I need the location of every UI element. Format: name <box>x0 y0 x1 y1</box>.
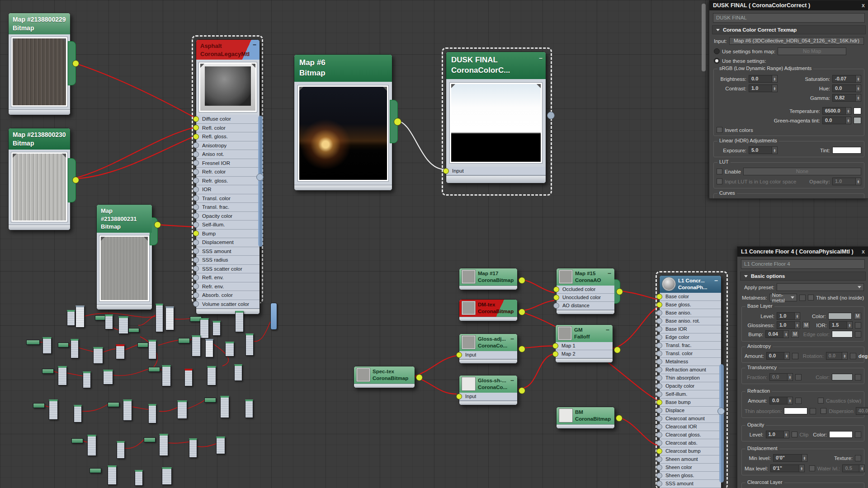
rotation-spinner[interactable]: 0.0 <box>826 352 848 360</box>
no-map-button[interactable]: No Map <box>778 47 846 55</box>
bump-map-button[interactable]: M <box>791 331 798 338</box>
slot-connector-icon[interactable] <box>656 391 662 397</box>
hue-spinner[interactable]: 0.0 <box>832 84 861 92</box>
refraction-map-slot[interactable] <box>795 398 802 404</box>
mini-node[interactable] <box>148 340 156 359</box>
output-connector[interactable] <box>519 277 525 284</box>
green-magenta-spinner[interactable]: 0.0 <box>822 117 851 124</box>
mini-node[interactable] <box>42 337 52 354</box>
green-magenta-color-swatch[interactable] <box>854 117 861 124</box>
spinner-arrows-icon[interactable] <box>772 146 778 154</box>
tint-color-swatch[interactable] <box>832 147 861 154</box>
slot-clearcoat-ior[interactable]: Clearcoat IOR <box>660 423 721 431</box>
slot-connector-icon[interactable] <box>553 295 559 300</box>
slot-connector-icon[interactable] <box>656 302 662 308</box>
node-resize-strip[interactable] <box>354 384 415 388</box>
slot-sss-scatter-color[interactable]: SSS scatter color <box>196 265 259 274</box>
node-dusk-final[interactable]: DUSK FINAL CoronaColorC... − Input <box>446 52 546 183</box>
slot-absorb-color[interactable]: Absorb. color <box>196 291 259 300</box>
node-header[interactable]: Spec-tex CoronaBitmap <box>354 366 415 384</box>
slot-base-ior[interactable]: Base IOR <box>660 325 721 333</box>
glossiness-spinner[interactable]: 1.0 <box>777 321 800 329</box>
minimize-icon[interactable]: − <box>510 335 514 343</box>
slot-connector-icon[interactable] <box>656 359 662 365</box>
mini-node[interactable] <box>67 310 75 326</box>
minimize-icon[interactable]: − <box>608 269 611 277</box>
mini-node[interactable] <box>135 470 143 486</box>
slot-connector-icon[interactable] <box>656 456 662 462</box>
slot-sss-amount[interactable]: SSS amount <box>196 247 259 256</box>
node-resize-strip[interactable] <box>9 225 70 230</box>
slot-base-color[interactable]: Base color <box>660 293 721 301</box>
node-scrollbar-thumb[interactable] <box>256 174 264 181</box>
spinner-arrows-icon[interactable] <box>856 75 861 83</box>
slot-refraction-amount[interactable]: Refraction amount <box>660 366 721 374</box>
mini-node[interactable] <box>165 306 174 330</box>
slot-sss-radius[interactable]: SSS radius <box>196 256 259 265</box>
node-header[interactable]: Map #2138800231 Bitmap <box>97 205 152 233</box>
rollout-corona-color-correct[interactable]: Corona Color Correct Texmap <box>712 25 866 34</box>
output-connector[interactable] <box>519 387 525 394</box>
output-connector[interactable] <box>394 118 401 126</box>
spinner-arrows-icon[interactable] <box>772 84 778 92</box>
min-level-spinner[interactable]: 0'0" <box>773 454 807 462</box>
slot-connector-icon[interactable] <box>656 465 662 470</box>
slot-clearcoat-abs-[interactable]: Clearcoat abs. <box>660 439 721 447</box>
slot-connector-icon[interactable] <box>552 351 558 357</box>
node-header[interactable]: Map #15 CoronaAO − <box>557 268 614 286</box>
slot-refr-env-[interactable]: Refr. env. <box>196 282 259 291</box>
temperature-spinner[interactable]: 6500.0 <box>822 107 851 115</box>
mini-node[interactable] <box>220 396 229 418</box>
mini-node[interactable] <box>148 367 160 372</box>
base-level-spinner[interactable]: 1.0 <box>777 312 800 320</box>
slot-connector-icon[interactable] <box>456 394 462 399</box>
slot-metalness[interactable]: Metalness <box>660 358 721 366</box>
base-color-map-button[interactable]: M <box>854 313 861 319</box>
node-gloss-sh[interactable]: Gloss-sh-... CoronaCo... − Input <box>459 375 518 405</box>
spinner-arrows-icon[interactable] <box>799 465 805 472</box>
slot-connector-icon[interactable] <box>456 352 462 358</box>
lut-enable-checkbox[interactable] <box>717 169 722 174</box>
opacity-color-swatch[interactable] <box>829 431 853 438</box>
node-spec-tex[interactable]: Spec-tex CoronaBitmap <box>354 366 415 388</box>
spinner-arrows-icon[interactable] <box>772 75 778 83</box>
minimize-icon[interactable]: − <box>253 41 256 49</box>
brightness-spinner[interactable]: 0.0 <box>749 75 778 83</box>
mini-node[interactable] <box>177 400 187 419</box>
slot-refr-gloss-[interactable]: Refr. gloss. <box>196 177 259 186</box>
slot-connector-icon[interactable] <box>656 432 662 438</box>
slot-connector-icon[interactable] <box>656 367 662 373</box>
slot-unoccluded-color[interactable]: Unoccluded color <box>557 294 614 302</box>
slot-connector-icon[interactable] <box>656 318 662 324</box>
fraction-map-slot[interactable] <box>795 374 802 380</box>
node-scrollbar[interactable] <box>719 364 724 483</box>
slot-volume-scatter-color[interactable]: Volume scatter color <box>196 300 259 309</box>
slot-connector-icon[interactable] <box>193 125 199 131</box>
slot-connector-icon[interactable] <box>656 448 662 454</box>
slot-fresnel-ior[interactable]: Fresnel IOR <box>196 159 259 168</box>
mini-node[interactable] <box>207 366 216 385</box>
slot-base-gloss-[interactable]: Base gloss. <box>660 301 721 309</box>
node-resize-strip[interactable] <box>459 401 517 405</box>
mini-node[interactable] <box>162 365 171 386</box>
mini-node[interactable] <box>58 366 67 385</box>
slot-occluded-color[interactable]: Occluded color <box>557 286 614 294</box>
mini-node[interactable] <box>118 316 128 334</box>
slot-connector-icon[interactable] <box>193 266 199 272</box>
slot-edge-color[interactable]: Edge color <box>660 333 721 342</box>
refraction-amount-spinner[interactable]: 0.0 <box>769 397 793 404</box>
output-connector[interactable] <box>519 309 525 315</box>
spinner-arrows-icon[interactable] <box>788 397 793 404</box>
mini-node[interactable] <box>234 364 242 381</box>
slot-connector-icon[interactable] <box>193 204 199 210</box>
translucency-color-swatch[interactable] <box>832 374 853 380</box>
slot-refr-color[interactable]: Refr. color <box>196 168 259 177</box>
mini-node[interactable] <box>216 436 225 454</box>
mini-node[interactable] <box>83 371 91 388</box>
apply-preset-dropdown[interactable] <box>777 283 864 291</box>
node-gloss-adj[interactable]: Gloss-adj... CoronaCo... − Input <box>459 333 518 364</box>
slot-thin-absorption[interactable]: Thin absorption <box>660 374 721 382</box>
mini-node[interactable] <box>103 370 113 385</box>
output-connector[interactable] <box>519 346 525 352</box>
spinner-arrows-icon[interactable] <box>842 352 848 360</box>
